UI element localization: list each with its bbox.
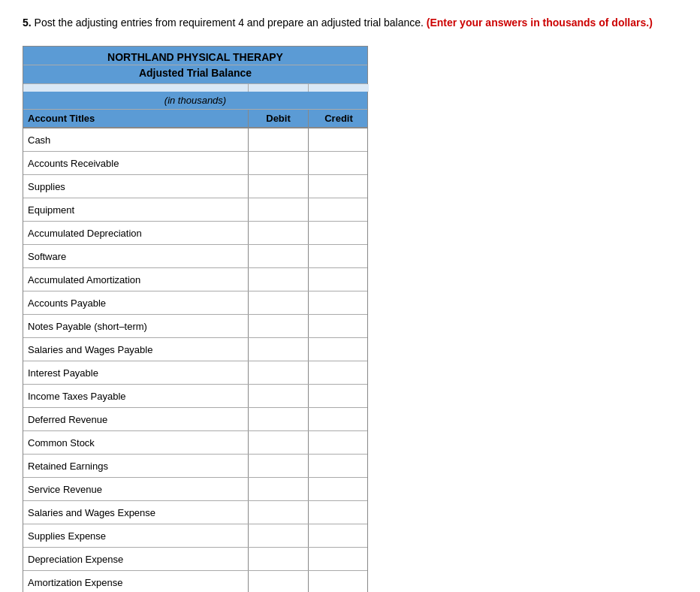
debit-cell[interactable] (249, 175, 309, 198)
credit-cell[interactable] (309, 128, 369, 151)
debit-input[interactable] (253, 178, 303, 195)
debit-input[interactable] (253, 504, 303, 521)
credit-input[interactable] (313, 411, 364, 427)
debit-input[interactable] (253, 434, 303, 451)
credit-input[interactable] (313, 364, 364, 381)
account-title-cell: Supplies (23, 175, 249, 198)
spacer-row (23, 84, 367, 92)
credit-cell[interactable] (309, 268, 369, 291)
account-title-cell: Accumulated Amortization (23, 268, 249, 291)
account-title-cell: Interest Payable (23, 361, 249, 384)
debit-input[interactable] (253, 201, 303, 218)
credit-input[interactable] (313, 504, 364, 521)
debit-input[interactable] (253, 481, 303, 497)
debit-cell[interactable] (249, 548, 309, 570)
credit-cell[interactable] (309, 571, 369, 592)
column-headers: Account Titles Debit Credit (23, 110, 367, 128)
credit-cell[interactable] (309, 548, 369, 570)
credit-input[interactable] (313, 294, 364, 311)
credit-cell[interactable] (309, 478, 369, 500)
debit-input[interactable] (253, 318, 303, 334)
credit-cell[interactable] (309, 291, 369, 314)
credit-input[interactable] (313, 527, 364, 544)
debit-cell[interactable] (249, 315, 309, 337)
debit-cell[interactable] (249, 571, 309, 592)
credit-cell[interactable] (309, 315, 369, 337)
debit-cell[interactable] (249, 408, 309, 430)
credit-cell[interactable] (309, 152, 369, 174)
table-title-line1: NORTHLAND PHYSICAL THERAPY (23, 47, 367, 65)
credit-cell[interactable] (309, 338, 369, 361)
credit-input[interactable] (313, 155, 364, 171)
question-text: Post the adjusting entries from requirem… (35, 17, 427, 29)
credit-input[interactable] (313, 178, 364, 195)
debit-cell[interactable] (249, 222, 309, 244)
credit-cell[interactable] (309, 198, 369, 221)
credit-input[interactable] (313, 574, 364, 590)
credit-input[interactable] (313, 551, 364, 567)
account-title-cell: Retained Earnings (23, 455, 249, 477)
debit-cell[interactable] (249, 524, 309, 547)
debit-cell[interactable] (249, 338, 309, 361)
debit-input[interactable] (253, 527, 303, 544)
credit-input[interactable] (313, 434, 364, 451)
debit-input[interactable] (253, 225, 303, 241)
question-bold: (Enter your answers in thousands of doll… (427, 17, 653, 29)
credit-input[interactable] (313, 388, 364, 404)
table-row: Common Stock (23, 431, 367, 455)
adjusted-trial-balance-table: NORTHLAND PHYSICAL THERAPY Adjusted Tria… (23, 46, 368, 592)
debit-cell[interactable] (249, 152, 309, 174)
debit-input[interactable] (253, 155, 303, 171)
debit-cell[interactable] (249, 431, 309, 454)
credit-cell[interactable] (309, 222, 369, 244)
credit-input[interactable] (313, 225, 364, 241)
debit-cell[interactable] (249, 455, 309, 477)
credit-cell[interactable] (309, 524, 369, 547)
debit-input[interactable] (253, 131, 303, 148)
credit-input[interactable] (313, 458, 364, 474)
debit-cell[interactable] (249, 245, 309, 267)
credit-input[interactable] (313, 481, 364, 497)
table-row: Accounts Receivable (23, 152, 367, 175)
debit-input[interactable] (253, 294, 303, 311)
debit-input[interactable] (253, 248, 303, 264)
table-row: Cash (23, 128, 367, 152)
debit-cell[interactable] (249, 291, 309, 314)
credit-cell[interactable] (309, 501, 369, 524)
debit-input[interactable] (253, 364, 303, 381)
debit-cell[interactable] (249, 198, 309, 221)
table-title-line2: Adjusted Trial Balance (23, 65, 367, 84)
debit-cell[interactable] (249, 268, 309, 291)
debit-input[interactable] (253, 271, 303, 288)
debit-input[interactable] (253, 574, 303, 590)
col-header-credit: Credit (309, 110, 369, 127)
debit-input[interactable] (253, 551, 303, 567)
credit-input[interactable] (313, 201, 364, 218)
account-title-cell: Income Taxes Payable (23, 385, 249, 407)
debit-input[interactable] (253, 341, 303, 358)
debit-input[interactable] (253, 458, 303, 474)
account-title-cell: Cash (23, 128, 249, 151)
table-row: Supplies Expense (23, 524, 367, 548)
debit-input[interactable] (253, 388, 303, 404)
credit-cell[interactable] (309, 361, 369, 384)
debit-cell[interactable] (249, 361, 309, 384)
credit-cell[interactable] (309, 431, 369, 454)
credit-input[interactable] (313, 341, 364, 358)
credit-input[interactable] (313, 271, 364, 288)
credit-cell[interactable] (309, 385, 369, 407)
col-header-debit: Debit (249, 110, 309, 127)
credit-cell[interactable] (309, 245, 369, 267)
credit-cell[interactable] (309, 408, 369, 430)
debit-input[interactable] (253, 411, 303, 427)
credit-cell[interactable] (309, 455, 369, 477)
credit-input[interactable] (313, 248, 364, 264)
debit-cell[interactable] (249, 128, 309, 151)
debit-cell[interactable] (249, 385, 309, 407)
credit-input[interactable] (313, 131, 364, 148)
credit-cell[interactable] (309, 175, 369, 198)
debit-cell[interactable] (249, 478, 309, 500)
credit-input[interactable] (313, 318, 364, 334)
account-title-cell: Amortization Expense (23, 571, 249, 592)
debit-cell[interactable] (249, 501, 309, 524)
